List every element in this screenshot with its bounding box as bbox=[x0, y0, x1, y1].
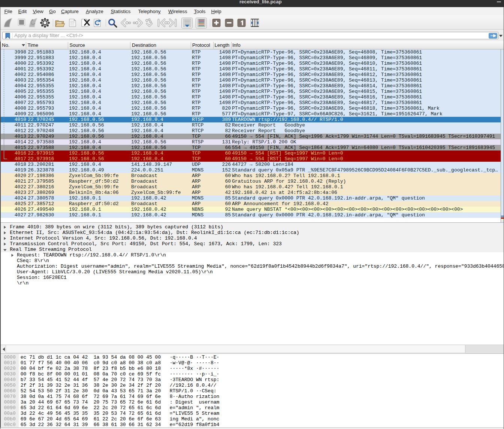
svg-text:0111: 0111 bbox=[70, 24, 75, 26]
